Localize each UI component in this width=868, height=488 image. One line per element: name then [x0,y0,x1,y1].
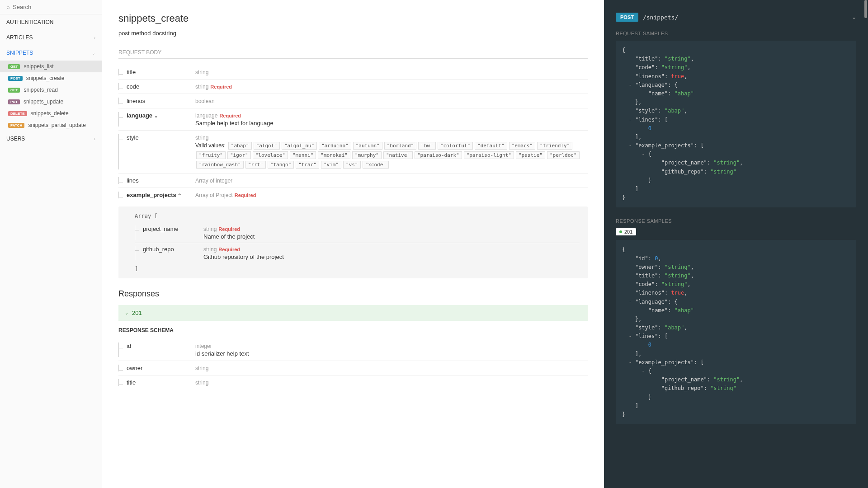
array-close: ] [127,266,580,272]
status-dot-icon [619,230,622,233]
enum-value: "autumn" [353,142,382,150]
nav-item-label: snippets_partial_update [28,122,85,128]
field-code: code stringRequired [118,80,588,94]
field-lines: lines Array of integer [118,174,588,188]
method-badge-patch: PATCH [8,123,24,128]
nav-snippets[interactable]: SNIPPETS ⌄ [0,45,102,61]
response-samples-label: RESPONSE SAMPLES [616,218,856,224]
field-name-expandable[interactable]: example_projects ⌃ [127,192,181,198]
field-name: id [127,343,131,349]
field-name: style [127,134,139,141]
nav-snippets-update[interactable]: PUT snippets_update [0,96,102,108]
field-desc: id serializer help text [195,350,588,357]
nav-articles[interactable]: ARTICLES › [0,30,102,45]
method-badge-post: POST [8,76,23,81]
enum-value: "paraiso-light" [464,151,514,159]
chevron-up-icon: ⌃ [178,193,181,198]
search-icon: ⌕ [6,4,10,10]
field-name-expandable[interactable]: language ⌄ [127,112,158,119]
field-name: linenos [127,98,145,104]
field-language: language ⌄ languageRequired Sample help … [118,108,588,131]
nav-snippets-list[interactable]: GET snippets_list [0,61,102,72]
nested-field-github-repo: github_repo stringRequired Github reposi… [135,243,580,263]
nav-users[interactable]: USERS › [0,131,102,146]
field-name: project_name [143,225,179,232]
scrollbar-thumb[interactable] [864,0,867,18]
nav-snippets-create[interactable]: POST snippets_create [0,72,102,84]
nested-field-project-name: project_name stringRequired Name of the … [135,223,580,243]
method-badge-put: PUT [8,99,20,104]
response-field-id: id integer id serializer help text [118,339,588,361]
chevron-right-icon: › [94,35,95,40]
endpoint-row: POST /snippets/ ⌄ [616,13,856,22]
search-input[interactable] [13,4,95,10]
page-title: snippets_create [118,13,588,24]
enum-value: "abap" [228,142,252,150]
response-schema-label: RESPONSE SCHEMA [118,327,588,333]
nav-articles-label: ARTICLES [6,34,33,41]
nav-item-label: snippets_read [24,87,57,93]
nav-users-label: USERS [6,136,25,142]
enum-value: "friendly" [537,142,572,150]
field-type: boolean [195,98,215,104]
enum-value: "algol_nu" [282,142,317,150]
chevron-down-icon[interactable]: ⌄ [852,14,856,20]
enum-value: "borland" [384,142,417,150]
field-type: Array of Project [195,192,233,198]
field-type: string [195,380,208,386]
enum-value: "murphy" [352,151,382,159]
required-label: Required [218,247,240,252]
enum-value: "lovelace" [253,151,288,159]
enum-value: "trac" [296,161,319,169]
responses-heading: Responses [118,289,588,299]
field-type: string [195,135,208,141]
nav-item-label: snippets_update [24,99,63,105]
nav-authentication[interactable]: AUTHENTICATION [0,14,102,30]
response-sample-code[interactable]: { "id": 0, "owner": "string", "title": "… [616,240,856,424]
field-type: string [195,84,208,90]
nested-schema-box: Array [ project_name stringRequired Name… [118,206,588,278]
search-box: ⌕ [0,0,102,14]
response-status-bar[interactable]: ⌄ 201 [118,305,588,321]
field-name: github_repo [143,246,174,253]
code-panel: POST /snippets/ ⌄ REQUEST SAMPLES { "tit… [604,0,868,488]
enum-value: "xcode" [363,161,389,169]
field-name: owner [127,365,142,371]
field-desc: Sample help text for language [195,120,588,127]
enum-value: "emacs" [509,142,535,150]
nav-item-label: snippets_list [24,63,53,70]
field-type: string [195,69,208,75]
enum-value: "fruity" [196,151,226,159]
chevron-down-icon: ⌄ [92,51,95,56]
enum-value: "paraiso-dark" [415,151,462,159]
request-sample-code[interactable]: { "title": "string", "code": "string", "… [616,41,856,207]
field-type-prefix: Array of integer [195,178,232,184]
field-name: title [127,379,136,386]
enum-value: "pastie" [516,151,545,159]
field-desc: Name of the project [203,233,255,240]
nav-item-label: snippets_create [26,75,65,81]
nav-snippets-label: SNIPPETS [6,50,33,56]
valid-values-label: Valid values: [195,142,226,149]
method-badge-delete: DELETE [8,111,27,116]
enum-value: "native" [383,151,413,159]
method-badge-get: GET [8,64,20,69]
response-status-chip[interactable]: 201 [616,228,636,235]
nav-snippets-delete[interactable]: DELETE snippets_delete [0,108,102,119]
field-type: string [203,226,217,232]
nav-snippets-partial-update[interactable]: PATCH snippets_partial_update [0,119,102,131]
nav-snippets-read[interactable]: GET snippets_read [0,84,102,96]
enum-value: "monokai" [318,151,350,159]
field-example-projects: example_projects ⌃ Array of ProjectRequi… [118,188,588,202]
enum-list: "abap""algol""algol_nu""arduino""autumn"… [195,142,580,168]
required-label: Required [235,192,256,198]
field-type: string [203,246,217,253]
chevron-down-icon: ⌄ [154,113,158,118]
enum-value: "default" [475,142,507,150]
enum-value: "colorful" [438,142,473,150]
sidebar: ⌕ AUTHENTICATION ARTICLES › SNIPPETS ⌄ G… [0,0,102,488]
field-name: code [127,83,139,90]
field-type: language [195,113,217,119]
endpoint-path: /snippets/ [643,14,847,21]
method-pill: POST [616,13,638,22]
